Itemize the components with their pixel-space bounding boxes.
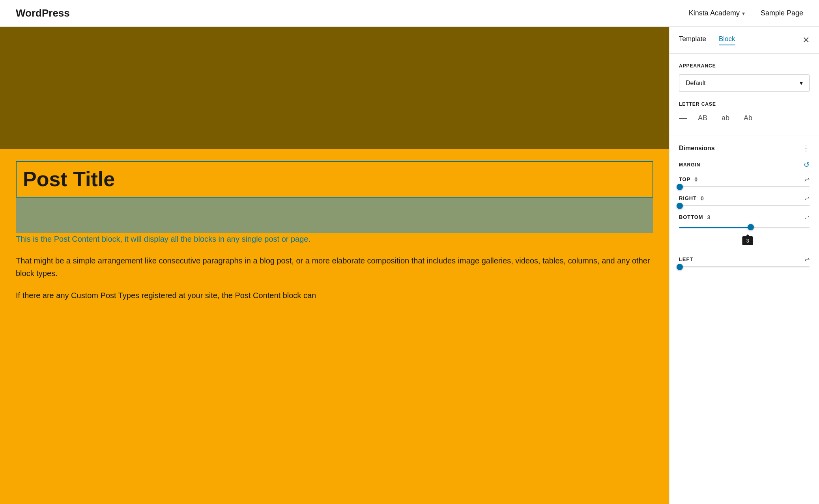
margin-right-track: [679, 205, 810, 206]
appearance-value: Default: [686, 80, 706, 87]
margin-bottom-thumb[interactable]: 3: [748, 224, 754, 230]
letter-case-none[interactable]: —: [679, 114, 687, 123]
canvas-area: Post Title This is the Post Content bloc…: [0, 27, 669, 504]
margin-bottom-field: BOTTOM 3 ⇌ 3: [679, 213, 810, 236]
dimensions-header: Dimensions ⋮: [679, 144, 810, 153]
right-panel: Template Block ✕ APPEARANCE Default ▾ LE…: [669, 27, 819, 504]
margin-left-track: [679, 266, 810, 267]
post-content-image: [16, 198, 653, 233]
margin-top-thumb[interactable]: [677, 184, 683, 190]
margin-right-adjust-icon[interactable]: ⇌: [804, 194, 810, 202]
post-title-text: Post Title: [23, 168, 646, 190]
margin-top-value: 0: [694, 176, 698, 183]
letter-case-uppercase[interactable]: AB: [695, 112, 711, 124]
margin-left-adjust-icon[interactable]: ⇌: [804, 256, 810, 263]
margin-right-header: RIGHT 0 ⇌: [679, 194, 810, 202]
reset-icon[interactable]: ↺: [804, 161, 810, 169]
margin-left-label: LEFT: [679, 256, 697, 262]
dimensions-menu-icon[interactable]: ⋮: [802, 144, 810, 153]
panel-tabs: Template Block: [679, 35, 735, 45]
tab-template[interactable]: Template: [679, 35, 706, 45]
chevron-down-icon: ▾: [800, 79, 803, 87]
margin-right-label: RIGHT 0: [679, 195, 704, 202]
featured-image: [0, 27, 669, 149]
margin-top-label: TOP 0: [679, 176, 698, 183]
margin-bottom-value: 3: [707, 214, 711, 220]
post-content-description: This is the Post Content block, it will …: [16, 233, 653, 245]
appearance-dropdown[interactable]: Default ▾: [679, 74, 810, 92]
margin-bottom-header: BOTTOM 3 ⇌: [679, 213, 810, 221]
margin-bottom-tooltip: 3: [742, 236, 753, 245]
canvas-inner: Post Title This is the Post Content bloc…: [0, 161, 669, 327]
margin-header: MARGIN ↺: [679, 161, 810, 169]
kinsta-academy-link[interactable]: Kinsta Academy ▾: [689, 9, 745, 17]
margin-top-field: TOP 0 ⇌: [679, 175, 810, 187]
post-title-block[interactable]: Post Title: [16, 161, 653, 198]
margin-right-thumb[interactable]: [677, 203, 683, 209]
margin-left-field: LEFT ⇌: [679, 256, 810, 267]
margin-label: MARGIN: [679, 162, 700, 168]
letter-case-label: LETTER CASE: [679, 101, 810, 107]
top-nav: Kinsta Academy ▾ Sample Page: [689, 9, 803, 17]
chevron-down-icon: ▾: [742, 10, 745, 17]
close-button[interactable]: ✕: [802, 36, 810, 45]
tab-block[interactable]: Block: [719, 35, 735, 45]
margin-top-track: [679, 186, 810, 187]
main-layout: Post Title This is the Post Content bloc…: [0, 27, 819, 504]
margin-bottom-label: BOTTOM 3: [679, 214, 711, 220]
sample-page-link[interactable]: Sample Page: [761, 9, 803, 17]
post-content-para1: That might be a simple arrangement like …: [16, 254, 653, 280]
margin-bottom-track: [679, 227, 810, 228]
margin-left-thumb[interactable]: [677, 264, 683, 270]
letter-case-capitalize[interactable]: Ab: [740, 112, 755, 124]
margin-bottom-adjust-icon[interactable]: ⇌: [804, 213, 810, 221]
margin-top-header: TOP 0 ⇌: [679, 175, 810, 183]
panel-divider: [669, 136, 819, 136]
post-content-para2: If there are any Custom Post Types regis…: [16, 289, 653, 302]
margin-left-header: LEFT ⇌: [679, 256, 810, 263]
dimensions-title: Dimensions: [679, 145, 715, 152]
letter-case-options: — AB ab Ab: [679, 112, 810, 124]
letter-case-section: LETTER CASE — AB ab Ab: [679, 101, 810, 124]
appearance-label: APPEARANCE: [679, 63, 810, 69]
top-bar: WordPress Kinsta Academy ▾ Sample Page: [0, 0, 819, 27]
panel-header: Template Block ✕: [669, 27, 819, 54]
margin-right-value: 0: [701, 195, 704, 202]
margin-right-field: RIGHT 0 ⇌: [679, 194, 810, 206]
margin-top-adjust-icon[interactable]: ⇌: [804, 175, 810, 183]
wordpress-logo: WordPress: [16, 7, 70, 19]
margin-bottom-fill: [679, 227, 751, 228]
letter-case-lowercase[interactable]: ab: [718, 112, 733, 124]
panel-body: APPEARANCE Default ▾ LETTER CASE — AB ab…: [669, 54, 819, 504]
